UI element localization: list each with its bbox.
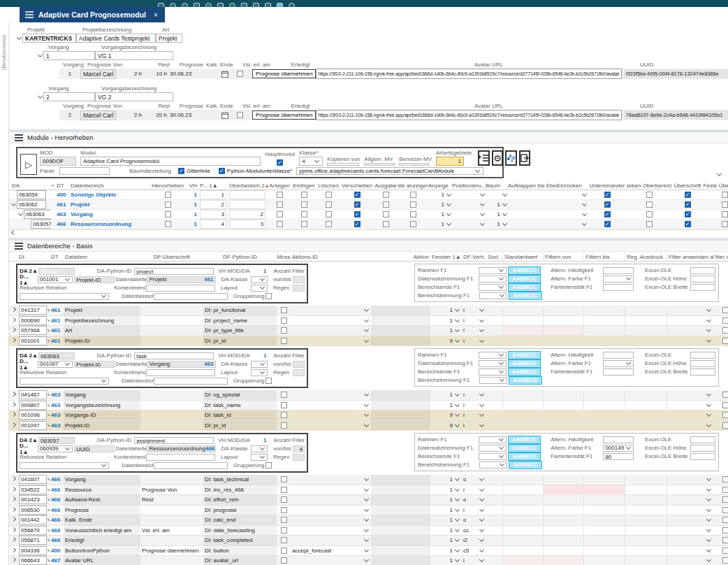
fenster-select[interactable]: 1 xyxy=(430,495,462,505)
datensatztrennung-select[interactable] xyxy=(479,445,507,452)
di-chevron-icon[interactable] xyxy=(48,487,50,492)
reg-ausdruck-cell[interactable] xyxy=(625,515,667,525)
reg-ausdruck-cell[interactable] xyxy=(625,546,667,556)
fenster-select[interactable]: 9 xyxy=(430,336,462,346)
sort-cell[interactable] xyxy=(486,475,502,485)
altern-haeufigkeit-field[interactable] xyxy=(603,352,634,359)
users-icon[interactable] xyxy=(241,3,247,7)
muss-checkbox[interactable] xyxy=(281,402,287,408)
aktions-id-select[interactable] xyxy=(291,336,371,346)
muss-checkbox[interactable] xyxy=(281,487,287,493)
muss-checkbox[interactable] xyxy=(281,307,287,313)
expand-row-icon[interactable] xyxy=(11,422,16,427)
untereinander-checkbox[interactable] xyxy=(604,221,611,227)
einfuegen-checkbox[interactable] xyxy=(301,211,307,217)
scroll-left-icon[interactable] xyxy=(11,230,16,235)
prognose-uebernehmen-button[interactable]: Prognose übernehmen xyxy=(252,69,316,78)
tab-active[interactable]: Adaptive Card Prognosemodul × xyxy=(20,7,165,22)
bereichstrennung-select[interactable] xyxy=(479,292,507,299)
cut-icon[interactable] xyxy=(205,3,212,7)
baum-select[interactable]: 1 xyxy=(486,201,508,208)
loeschen-checkbox[interactable] xyxy=(326,192,332,198)
di-field[interactable]: 034522 xyxy=(19,485,47,494)
df-ueberschrift-cell[interactable] xyxy=(140,515,203,525)
mod-field[interactable]: 009DOF xyxy=(40,157,76,166)
sort-cell[interactable] xyxy=(486,485,502,495)
di-field[interactable]: 001097 xyxy=(19,421,47,430)
refresh-icon[interactable] xyxy=(194,3,200,7)
aktions-id-select[interactable] xyxy=(291,306,371,315)
filter-deaktiviert-checkbox[interactable] xyxy=(722,402,728,408)
di-field[interactable]: 006530 xyxy=(19,506,47,515)
aktions-id-select[interactable] xyxy=(291,316,371,326)
muss-checkbox[interactable] xyxy=(281,496,287,503)
datenbereich-link[interactable]: Ressourcenzuordnung xyxy=(71,221,151,227)
sort-cell[interactable] xyxy=(486,515,502,525)
ausgabe-checkbox[interactable] xyxy=(383,211,389,217)
einfuegen-checkbox[interactable] xyxy=(301,221,307,227)
oberbereich-field[interactable]: 2 xyxy=(229,210,265,219)
fenster-select[interactable]: 1 xyxy=(430,306,462,315)
verschieben-checkbox[interactable] xyxy=(354,221,361,227)
datenbereich-field[interactable] xyxy=(154,462,228,469)
module-section-header[interactable]: Module - Hervorheben xyxy=(9,131,728,143)
link-icon[interactable] xyxy=(229,3,235,7)
di-chevron-icon[interactable] xyxy=(48,392,50,396)
da-python-id-field[interactable]: assignment xyxy=(134,437,214,444)
reg-ausdruck-cell[interactable] xyxy=(625,401,667,410)
sort-cell[interactable] xyxy=(486,421,502,431)
panel-field[interactable] xyxy=(59,167,110,175)
standardwert-cell[interactable] xyxy=(502,556,543,565)
avatar-url-field[interactable]: https://3f10-2-211-106-158.ngrok-free.ap… xyxy=(316,69,621,79)
project-art-field[interactable]: Projekt xyxy=(156,34,182,43)
dataitem-row[interactable]: 056870 466 Voraussichtlich erledigt am V… xyxy=(9,526,728,536)
ausgabe-checkbox[interactable] xyxy=(383,192,389,198)
vsl-erl-am-field[interactable] xyxy=(197,112,228,119)
module-variant-chevron-icon[interactable] xyxy=(717,171,722,176)
excel-ole-field[interactable] xyxy=(690,436,715,443)
export-button[interactable] xyxy=(519,150,530,166)
section-menu-icon[interactable] xyxy=(15,243,23,250)
filter-deaktiviert-checkbox[interactable] xyxy=(722,517,728,523)
hervorheben-checkbox[interactable] xyxy=(165,221,171,227)
filter-anwenden-select[interactable] xyxy=(667,421,713,431)
filter-deaktiviert-checkbox[interactable] xyxy=(722,557,728,564)
df-verh-select[interactable]: i2 xyxy=(462,536,486,545)
fenster-select[interactable]: 1 xyxy=(430,326,462,336)
filter-anwenden-select[interactable] xyxy=(667,556,713,565)
di-field[interactable]: 001001 xyxy=(19,336,47,345)
da-klasse-select[interactable] xyxy=(251,445,268,452)
neben-oberbereich-checkbox[interactable] xyxy=(646,201,653,208)
df-verh-select[interactable]: i xyxy=(462,390,486,400)
einruecken-select[interactable] xyxy=(557,192,588,197)
bereichstrennung-select[interactable] xyxy=(479,462,507,469)
df-ueberschrift-cell[interactable] xyxy=(140,316,203,326)
excel-ole-hoehe-field[interactable] xyxy=(690,276,715,282)
positionierung-select[interactable] xyxy=(452,212,486,217)
reg-ausdruck-cell[interactable] xyxy=(625,316,667,326)
filter-anwenden-select[interactable] xyxy=(667,475,713,485)
reg-ausdruck-cell[interactable] xyxy=(625,485,667,495)
aktions-id-select[interactable] xyxy=(291,536,371,545)
expand-row-icon[interactable] xyxy=(11,317,16,322)
di-chevron-icon[interactable] xyxy=(48,537,50,542)
sort-cell[interactable] xyxy=(486,546,502,556)
da-python-id-field[interactable]: project xyxy=(134,268,214,275)
muss-checkbox[interactable] xyxy=(281,412,287,418)
filter-deaktiviert-checkbox[interactable] xyxy=(722,307,728,313)
sort-cell[interactable] xyxy=(486,336,502,346)
positionierung-select[interactable] xyxy=(452,222,486,227)
sort-cell[interactable] xyxy=(486,536,502,545)
module-area-row[interactable]: 063063 463 Vorgang 1 3 2 xyxy=(9,210,728,220)
loeschen-checkbox[interactable] xyxy=(326,221,332,227)
fenster-select[interactable]: 1 xyxy=(430,401,462,410)
rekursive-relation-select[interactable] xyxy=(20,293,109,300)
expand-row-icon[interactable] xyxy=(11,392,16,396)
filter-anwenden-select[interactable] xyxy=(667,306,713,315)
rahmen-farbe-swatch[interactable]: AABBCC xyxy=(508,436,541,444)
excel-ole-breite-field[interactable] xyxy=(690,284,715,291)
nie-anzeigen-checkbox[interactable] xyxy=(410,192,416,198)
verschieben-checkbox[interactable] xyxy=(354,201,361,208)
fenster-select[interactable]: 9 xyxy=(430,410,462,420)
filter-anwenden-select[interactable] xyxy=(667,401,713,410)
